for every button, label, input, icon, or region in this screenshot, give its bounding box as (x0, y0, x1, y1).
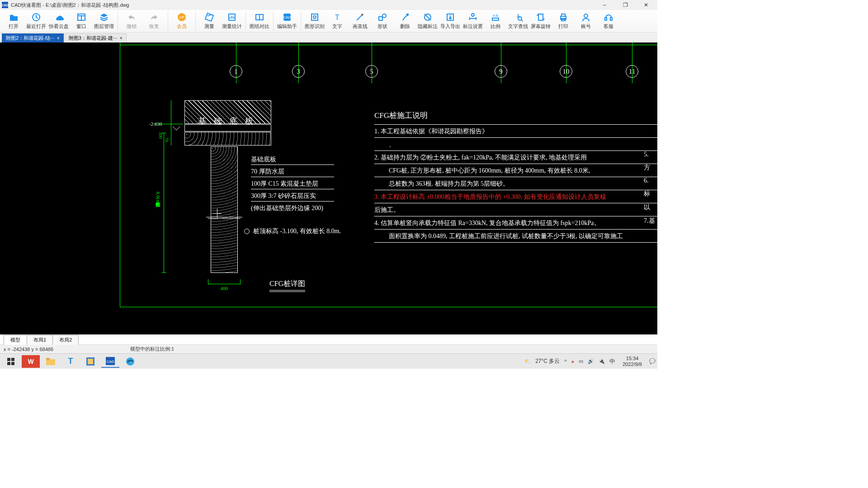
tool-打开[interactable]: 打开 (3, 11, 24, 31)
测量-icon (204, 12, 214, 22)
layer-note-line: 基础底板 (251, 155, 334, 165)
tool-label: 最近打开 (26, 23, 46, 30)
svg-rect-32 (7, 362, 10, 365)
taskbar-wps-icon[interactable]: W (22, 355, 40, 368)
start-button[interactable] (2, 355, 20, 368)
tab-close-icon[interactable]: × (57, 36, 60, 41)
tool-图纸对比[interactable]: 图纸对比 (249, 11, 270, 31)
layer-note-line: 300厚 3:7 砂碎石层压实 (251, 192, 334, 202)
tool-标注设置[interactable]: 标注设置 (462, 11, 484, 31)
隐藏标注-icon (423, 12, 433, 22)
svg-text:A:B: A:B (493, 14, 498, 17)
tool-形状[interactable]: 形状 (372, 11, 393, 31)
tool-快看云盘[interactable]: 快看云盘 (48, 11, 70, 31)
tool-会员[interactable]: VIP会员 (171, 11, 193, 31)
tool-测量统计[interactable]: 测量统计 (221, 11, 243, 31)
tool-恢复[interactable]: 恢复 (143, 11, 165, 31)
clock-time: 15:34 (623, 356, 642, 361)
svg-rect-6 (256, 14, 259, 20)
最近打开-icon (31, 12, 41, 22)
grid-bubble: 1 (230, 65, 242, 78)
pile-top-note-text: 桩顶标高 -3.100, 有效桩长 8.0m. (253, 227, 341, 235)
tool-label: 测量 (204, 23, 214, 30)
layout-tab-模型[interactable]: 模型 (4, 335, 27, 345)
tool-打印[interactable]: 打印 (552, 11, 574, 31)
tool-文字查找[interactable]: A文字查找 (507, 11, 529, 31)
taskbar-edge-icon[interactable] (121, 355, 139, 368)
statusbar: x = -242438 y = 68486 模型中的标注比例:1 (0, 344, 657, 353)
tool-窗口[interactable]: 窗口 (71, 11, 92, 31)
tool-图层管理[interactable]: 图层管理 (93, 11, 115, 31)
ime-indicator[interactable]: 中 (609, 357, 615, 366)
图形识别-icon (310, 12, 320, 22)
right-edge-markers: 5.方6.标以7.基 (644, 151, 657, 230)
tray-battery-icon[interactable]: ▭ (579, 358, 583, 364)
svg-rect-10 (311, 14, 318, 20)
maximize-button[interactable]: ❐ (618, 2, 632, 8)
taskbar-cad-icon[interactable]: CAD (101, 355, 119, 368)
tool-撤销[interactable]: 撤销 (121, 11, 142, 31)
weather-text[interactable]: 27°C 多云 (535, 357, 560, 365)
drawing-canvas[interactable]: 13591011 基 础 底 板 -2.630 70 300 8.0有效桩长(m… (0, 42, 657, 334)
tray-volume-icon[interactable]: 🔊 (588, 358, 594, 364)
形状-icon (377, 12, 387, 22)
note-row: 、 (374, 138, 657, 149)
notifications-icon[interactable]: 💬 (649, 358, 656, 364)
ruler-horizontal (120, 307, 657, 307)
tray-network-icon[interactable]: 🔌 (599, 358, 605, 364)
weather-icon[interactable]: ⛅ (524, 358, 531, 364)
tool-编辑助手[interactable]: CAD编辑助手 (276, 11, 298, 31)
svg-rect-37 (88, 359, 93, 364)
svg-rect-20 (492, 18, 499, 20)
layout-tab-布局2[interactable]: 布局2 (52, 335, 79, 345)
tool-测量[interactable]: 测量 (198, 11, 220, 31)
编辑助手-icon: CAD (282, 12, 292, 22)
tray-chevron-icon[interactable]: ^ (564, 359, 566, 364)
tray-chat-icon[interactable]: ● (571, 359, 575, 364)
tool-画直线[interactable]: 画直线 (349, 11, 371, 31)
tool-隐藏标注[interactable]: 隐藏标注 (417, 11, 439, 31)
bedding-layer (184, 132, 271, 145)
tool-label: 撤销 (127, 23, 137, 30)
taskbar-clock[interactable]: 15:34 2022/9/8 (623, 356, 642, 366)
tool-删除[interactable]: 删除 (394, 11, 416, 31)
dim-tick-top (154, 124, 183, 124)
会员-icon: VIP (177, 12, 187, 22)
tab-close-icon[interactable]: × (120, 36, 123, 41)
tool-图形识别[interactable]: 图形识别 (304, 11, 326, 31)
svg-rect-7 (259, 14, 263, 20)
taskbar-app2-icon[interactable] (81, 355, 99, 368)
tool-label: 快看云盘 (49, 23, 69, 30)
tool-客服[interactable]: 客服 (598, 11, 619, 31)
grid-bubble: 5 (365, 65, 378, 78)
file-tab[interactable]: 附图3：和谐花园-建···× (65, 33, 127, 42)
tool-label: 隐藏标注 (418, 23, 438, 30)
tool-导入导出[interactable]: 导入导出 (439, 11, 461, 31)
edge-marker: 7.基 (644, 217, 657, 225)
tool-最近打开[interactable]: 最近打开 (25, 11, 47, 31)
layout-tab-布局1[interactable]: 布局1 (27, 335, 53, 345)
tool-label: 导入导出 (440, 23, 460, 30)
svg-rect-33 (11, 362, 14, 365)
close-button[interactable]: ✕ (639, 2, 653, 8)
svg-rect-13 (379, 17, 382, 20)
撤销-icon (127, 12, 137, 22)
tool-label: 账号 (581, 23, 591, 30)
tool-label: 图形识别 (305, 23, 325, 30)
dim-70: 70 (164, 137, 169, 142)
tool-账号[interactable]: 账号 (575, 11, 597, 31)
taskbar-explorer-icon[interactable] (42, 355, 60, 368)
文字查找-icon: A (513, 12, 523, 22)
ground-line (206, 217, 242, 217)
taskbar-app1-icon[interactable]: T (61, 355, 80, 368)
note-row: 4. 估算单桩竖向承载力特征值 Ra=330kN, 复合地基承载力特征值为 fs… (374, 216, 657, 228)
tool-屏幕旋转[interactable]: 屏幕旋转 (530, 11, 552, 31)
svg-rect-28 (605, 18, 607, 20)
note-row: 3. 本工程设计标高 ±0.000相当于地质报告中的 +0.300, 如有变化应… (374, 190, 657, 202)
file-tab[interactable]: 附图2：和谐花园-结···× (2, 33, 64, 42)
tool-比例[interactable]: A:B比例 (485, 11, 506, 31)
minimize-button[interactable]: – (598, 2, 611, 8)
tool-文字[interactable]: T文字 (326, 11, 348, 31)
标注设置-icon (468, 12, 478, 22)
tool-label: 客服 (604, 23, 613, 30)
